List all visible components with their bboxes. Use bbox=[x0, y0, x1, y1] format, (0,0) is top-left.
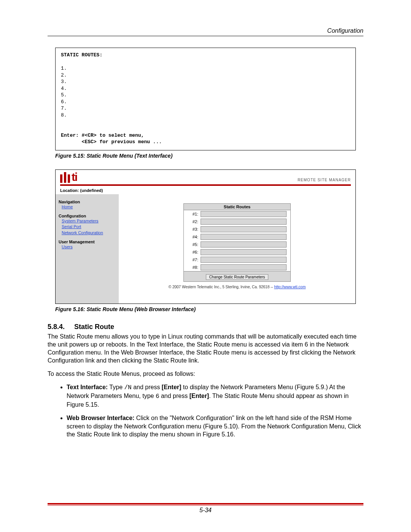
static-routes-title: Static Routes bbox=[184, 204, 290, 210]
term-row: 4. bbox=[61, 86, 67, 91]
sidebar-link-home[interactable]: Home bbox=[62, 204, 116, 210]
term-row: 3. bbox=[61, 79, 67, 85]
change-static-route-button[interactable]: Change Static Route Parameters bbox=[206, 274, 269, 280]
page-number: 5-34 bbox=[0, 507, 411, 514]
section-title: Static Route bbox=[74, 323, 114, 331]
remote-site-manager-label: REMOTE SITE MANAGER bbox=[298, 178, 351, 184]
li1-b: and press bbox=[132, 384, 162, 390]
term-enter-2: <ESC> for previous menu ... bbox=[61, 139, 162, 145]
route-input-4[interactable] bbox=[201, 234, 287, 240]
paragraph-2: To access the Static Route Menus, procee… bbox=[48, 370, 363, 378]
route-label: #5: bbox=[188, 242, 198, 247]
footer-rule bbox=[48, 503, 363, 505]
term-title: STATIC ROUTES: bbox=[61, 52, 102, 58]
li1-d: and press bbox=[159, 393, 189, 399]
static-routes-panel: Static Routes #1: #2: #3: #4: #5: #6: #7… bbox=[183, 203, 291, 282]
sidebar-link-system-parameters[interactable]: System Parameters bbox=[62, 218, 116, 224]
sidebar: Navigation Home Configuration System Par… bbox=[56, 194, 119, 304]
li1-lead: Text Interface: bbox=[67, 384, 108, 390]
section-heading: 5.8.4.Static Route bbox=[48, 323, 363, 331]
header-rule bbox=[48, 36, 363, 36]
route-label: #6: bbox=[188, 250, 198, 254]
route-label: #8: bbox=[188, 265, 198, 270]
term-row: 7. bbox=[61, 105, 67, 111]
config-heading: Configuration bbox=[59, 214, 116, 218]
location-label: Location: (undefined) bbox=[56, 186, 355, 194]
route-input-7[interactable] bbox=[201, 257, 287, 263]
li2-lead: Web Browser Interface: bbox=[67, 415, 134, 421]
term-row: 6. bbox=[61, 99, 67, 105]
route-label: #2: bbox=[188, 219, 198, 224]
wti-logo: ti bbox=[60, 171, 77, 184]
li1-enter1: [Enter] bbox=[162, 384, 182, 390]
term-row: 1. bbox=[61, 66, 67, 71]
route-input-8[interactable] bbox=[201, 264, 287, 270]
route-input-2[interactable] bbox=[201, 219, 287, 225]
figure-caption-515: Figure 5.15: Static Route Menu (Text Int… bbox=[55, 153, 363, 159]
sidebar-link-serial-port[interactable]: Serial Port bbox=[62, 224, 116, 230]
route-label: #7: bbox=[188, 257, 198, 262]
route-input-5[interactable] bbox=[201, 241, 287, 248]
li1-cmd: /N bbox=[124, 384, 131, 391]
sidebar-link-network-config[interactable]: Network Configuration bbox=[62, 230, 116, 236]
li1-enter2: [Enter] bbox=[190, 393, 209, 399]
route-input-6[interactable] bbox=[201, 249, 287, 255]
paragraph-1: The Static Route menu allows you to type… bbox=[48, 332, 363, 364]
route-input-3[interactable] bbox=[201, 226, 287, 232]
running-header: Configuration bbox=[48, 27, 363, 34]
term-row: 5. bbox=[61, 92, 67, 98]
term-row: 8. bbox=[61, 112, 67, 118]
webif-footer: © 2007 Western Telematic Inc., 5 Sterlin… bbox=[169, 282, 306, 293]
user-mgmt-heading: User Management bbox=[59, 240, 116, 244]
nav-heading: Navigation bbox=[59, 200, 116, 204]
route-label: #3: bbox=[188, 227, 198, 232]
copyright-text: © 2007 Western Telematic Inc., 5 Sterlin… bbox=[169, 285, 274, 289]
sidebar-link-users[interactable]: Users bbox=[62, 244, 116, 250]
li1-a: Type bbox=[108, 384, 124, 390]
bullet-web-interface: Web Browser Interface: Click on the "Net… bbox=[67, 414, 363, 438]
web-interface-figure: ti REMOTE SITE MANAGER Location: (undefi… bbox=[55, 169, 356, 304]
figure-caption-516: Figure 5.16: Static Route Menu (Web Brow… bbox=[55, 306, 363, 312]
route-label: #4: bbox=[188, 235, 198, 239]
route-input-1[interactable] bbox=[201, 211, 287, 217]
section-number: 5.8.4. bbox=[48, 323, 74, 331]
term-row: 2. bbox=[61, 72, 67, 78]
bullet-text-interface: Text Interface: Type /N and press [Enter… bbox=[67, 383, 363, 409]
route-label: #1: bbox=[188, 212, 198, 216]
term-enter-1: Enter: #<CR> to select menu, bbox=[61, 133, 144, 138]
wti-link[interactable]: http://www.wti.com bbox=[274, 285, 306, 289]
terminal-figure: STATIC ROUTES: 1. 2. 3. 4. 5. 6. 7. 8. E… bbox=[55, 48, 356, 150]
